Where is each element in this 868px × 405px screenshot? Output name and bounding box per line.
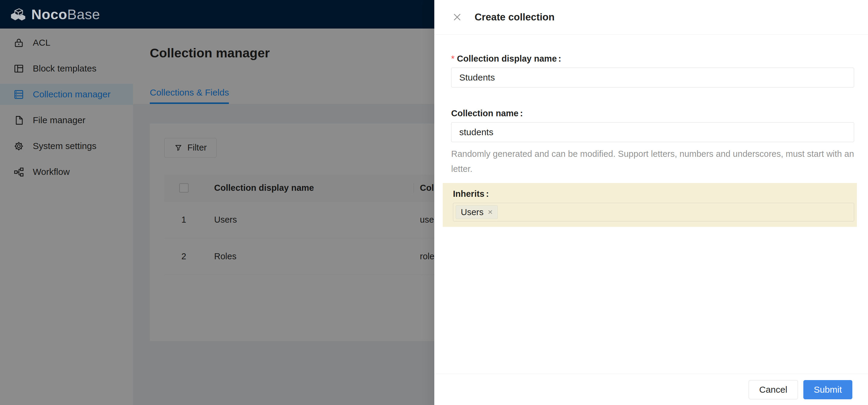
field-collection-display-name: *Collection display name	[451, 53, 854, 88]
drawer-header: Create collection	[434, 0, 868, 35]
inherits-label: Inherits	[453, 189, 489, 199]
field-inherits-highlighted: Inherits Users ×	[443, 183, 857, 227]
submit-button[interactable]: Submit	[803, 380, 852, 399]
field-label-row: Inherits	[453, 188, 857, 200]
field-collection-name: Collection name Randomly generated and c…	[451, 107, 854, 176]
drawer-body: *Collection display name Collection name…	[434, 35, 868, 374]
field-label-row: Collection name	[451, 107, 854, 119]
create-collection-drawer: Create collection *Collection display na…	[434, 0, 868, 405]
inherits-tag-users: Users ×	[456, 205, 498, 219]
field-label-row: *Collection display name	[451, 53, 854, 65]
tag-label: Users	[461, 207, 484, 217]
collection-name-label: Collection name	[451, 108, 523, 118]
collection-name-help-text: Randomly generated and can be modified. …	[451, 146, 854, 176]
inherits-select[interactable]: Users ×	[453, 203, 854, 222]
app-root: NocoBase ACL Block templates	[0, 0, 868, 405]
nocobase-logo[interactable]: NocoBase	[9, 7, 100, 22]
tag-remove-icon[interactable]: ×	[488, 208, 493, 216]
close-drawer-button[interactable]	[451, 11, 463, 23]
collection-display-name-label: Collection display name	[457, 54, 561, 63]
nocobase-logo-icon	[9, 7, 27, 22]
drawer-title: Create collection	[474, 11, 555, 23]
collection-name-input[interactable]	[451, 122, 854, 142]
cancel-button[interactable]: Cancel	[749, 380, 798, 399]
required-mark: *	[451, 54, 455, 63]
collection-display-name-input[interactable]	[451, 68, 854, 88]
logo-text: NocoBase	[31, 7, 100, 21]
drawer-footer: Cancel Submit	[434, 374, 868, 405]
close-icon	[452, 12, 462, 22]
